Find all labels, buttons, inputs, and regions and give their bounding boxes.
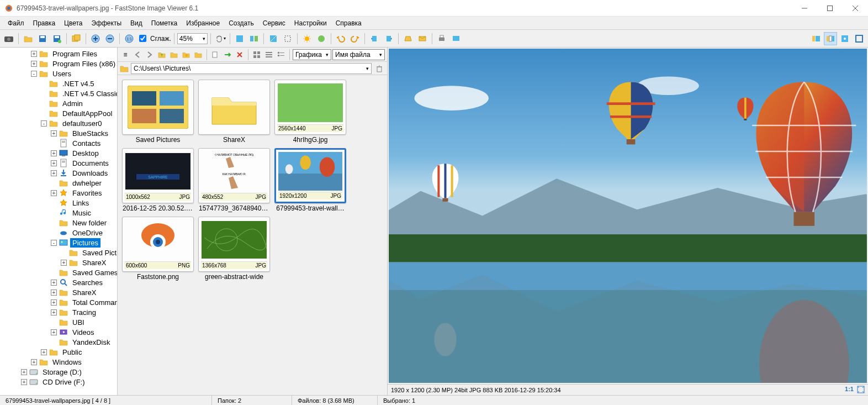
menu-создать[interactable]: Создать <box>224 18 258 28</box>
zoom-actual-button[interactable]: 1:1 <box>123 32 136 45</box>
hand-button[interactable]: ▾ <box>214 32 227 45</box>
thumbnail-item[interactable]: ShareX <box>198 80 270 144</box>
tree-item[interactable]: +Favorites <box>0 188 117 198</box>
folder-tree[interactable]: +Program Files+Program Files (x86)-Users… <box>0 48 117 395</box>
menu-вид[interactable]: Вид <box>126 18 147 28</box>
tree-item[interactable]: DefaultAppPool <box>0 108 117 118</box>
scan-button[interactable] <box>401 32 415 45</box>
print-button[interactable] <box>435 32 448 45</box>
nav-up-button[interactable] <box>156 49 167 60</box>
open-button[interactable] <box>22 32 35 45</box>
minimize-button[interactable] <box>792 0 817 17</box>
close-button[interactable] <box>843 0 868 17</box>
thumbnail-item[interactable]: SAPPHIRE1000x562JPG2016-12-25 20.30.52.j… <box>122 148 194 212</box>
menu-пометка[interactable]: Пометка <box>147 18 182 28</box>
save-button[interactable] <box>36 32 49 45</box>
rotate-left-button[interactable] <box>368 32 381 45</box>
menu-сервис[interactable]: Сервис <box>258 18 290 28</box>
tree-item[interactable]: +CD Drive (F:) <box>0 377 117 387</box>
sharpen-button[interactable] <box>315 32 328 45</box>
thumb-detail-button[interactable] <box>276 49 287 60</box>
thumb-grid-button[interactable] <box>251 49 262 60</box>
tree-item[interactable]: +Public <box>0 347 117 357</box>
nav-menu-button[interactable]: ≡ <box>120 49 131 60</box>
thumbnail-item[interactable]: КАК НАЛИВАЮТ ОБЫЧНЫЕ ЛЮДИ:КАК НАЛИВАЮ Я:… <box>198 148 270 212</box>
tree-item[interactable]: New folder <box>0 218 117 228</box>
tree-item[interactable]: .NET v4.5 <box>0 78 117 88</box>
thumbnail-item[interactable]: 1920x1200JPG67999453-travel-wall… <box>274 148 346 212</box>
tree-item[interactable]: +Windows <box>0 357 117 367</box>
fullscreen-button[interactable] <box>853 32 866 45</box>
smooth-checkbox[interactable]: Сглаж. <box>137 33 171 44</box>
menu-справка[interactable]: Справка <box>331 18 366 28</box>
crop-button[interactable] <box>281 32 294 45</box>
tree-item[interactable]: OneDrive <box>0 228 117 238</box>
redo-button[interactable] <box>348 32 362 45</box>
tree-item[interactable]: Admin <box>0 98 117 108</box>
tree-item[interactable]: +ShareX <box>0 257 117 267</box>
tree-item[interactable]: +Downloads <box>0 168 117 178</box>
view-mode-1[interactable] <box>809 32 823 45</box>
tree-item[interactable]: +Desktop <box>0 148 117 158</box>
tree-item[interactable]: +Videos <box>0 327 117 337</box>
move-button[interactable] <box>222 49 233 60</box>
zoom-in-button[interactable] <box>89 32 102 45</box>
tree-item[interactable]: +Tracing <box>0 307 117 317</box>
tree-item[interactable]: -Users <box>0 69 117 78</box>
wallpaper-button[interactable] <box>449 32 463 45</box>
slideshow-button[interactable] <box>233 32 246 45</box>
tree-item[interactable]: +ShareX <box>0 287 117 297</box>
zoom-combo[interactable]: 45%▾ <box>177 33 208 44</box>
tree-item[interactable]: +BlueStacks <box>0 128 117 138</box>
tree-item[interactable]: YandexDisk <box>0 337 117 347</box>
view-mode-2[interactable] <box>824 32 837 45</box>
filter-combo[interactable]: Графика▾ <box>293 49 331 60</box>
thumb-list-button[interactable] <box>263 49 274 60</box>
nav-refresh-button[interactable] <box>168 49 179 60</box>
adjust-button[interactable] <box>267 32 280 45</box>
nav-back-button[interactable] <box>132 49 143 60</box>
tree-item[interactable]: -defaultuser0 <box>0 118 117 128</box>
menu-цвета[interactable]: Цвета <box>60 18 87 28</box>
tree-item[interactable]: Links <box>0 198 117 208</box>
batch-convert-button[interactable] <box>70 32 83 45</box>
thumbnail-item[interactable]: 1366x768JPGgreen-abstract-wide <box>198 217 270 281</box>
menu-настройки[interactable]: Настройки <box>290 18 331 28</box>
fit-icon[interactable] <box>857 386 865 395</box>
tree-item[interactable]: +Total Commander <box>0 297 117 307</box>
trash-button[interactable] <box>374 63 385 74</box>
zoom-out-button[interactable] <box>103 32 117 45</box>
menu-эффекты[interactable]: Эффекты <box>87 18 126 28</box>
path-input[interactable]: C:\Users\ \Pictures\▾ <box>131 63 372 74</box>
tree-item[interactable]: Saved Pictures <box>0 248 117 257</box>
nav-fav-button[interactable] <box>181 49 192 60</box>
sort-combo[interactable]: Имя файла▾ <box>332 49 385 60</box>
capture-button[interactable] <box>2 32 15 45</box>
rotate-right-button[interactable] <box>382 32 395 45</box>
tree-item[interactable]: +Program Files <box>0 49 117 59</box>
compare-button[interactable] <box>247 32 261 45</box>
copy-button[interactable] <box>210 49 221 60</box>
menu-правка[interactable]: Правка <box>29 18 60 28</box>
nav-forward-button[interactable] <box>144 49 155 60</box>
saveas-button[interactable] <box>50 32 63 45</box>
tree-item[interactable]: +Searches <box>0 277 117 287</box>
delete-button[interactable] <box>234 49 245 60</box>
maximize-button[interactable] <box>817 0 843 17</box>
preview-image[interactable] <box>389 49 867 383</box>
email-button[interactable] <box>416 32 429 45</box>
tree-item[interactable]: Saved Games <box>0 267 117 277</box>
tree-item[interactable]: Contacts <box>0 138 117 148</box>
tree-item[interactable]: -Pictures <box>0 238 117 248</box>
menu-файл[interactable]: Файл <box>3 18 29 28</box>
undo-button[interactable] <box>334 32 347 45</box>
thumbnail-grid[interactable]: Saved PicturesShareX2560x1440JPG4hrIhgG.… <box>118 75 387 395</box>
brightness-button[interactable] <box>300 32 314 45</box>
tree-item[interactable]: UBI <box>0 317 117 327</box>
tree-item[interactable]: Music <box>0 208 117 218</box>
tree-item[interactable]: dwhelper <box>0 178 117 188</box>
tree-item[interactable]: +Documents <box>0 158 117 168</box>
view-mode-3[interactable] <box>838 32 851 45</box>
menu-избранное[interactable]: Избранное <box>182 18 224 28</box>
thumbnail-item[interactable]: Saved Pictures <box>122 80 194 144</box>
